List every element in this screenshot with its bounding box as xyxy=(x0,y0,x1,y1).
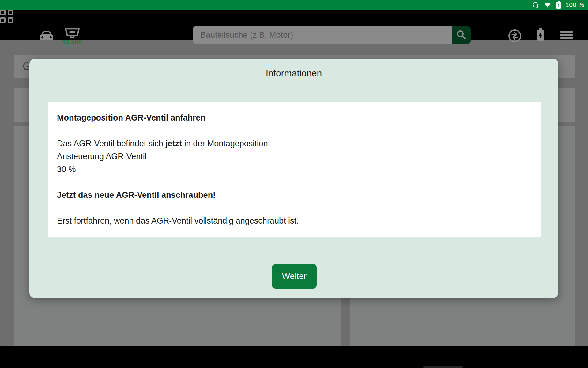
component-search xyxy=(193,26,471,44)
search-icon xyxy=(456,29,466,41)
data-transfer-icon[interactable] xyxy=(508,29,522,43)
device-battery-icon[interactable] xyxy=(536,28,545,42)
dialog-line-3: 30 % xyxy=(57,163,532,176)
dialog-heading-2: Jetzt das neue AGR-Ventil anschrauben! xyxy=(57,189,532,201)
battery-voltage-readout: 13.58V xyxy=(60,38,85,46)
toolbar: 13.58V xyxy=(0,10,588,40)
obd-connector-icon[interactable] xyxy=(64,28,80,40)
apps-grid-icon[interactable] xyxy=(0,10,13,23)
dialog-heading-1: Montageposition AGR-Ventil anfahren xyxy=(57,111,532,124)
search-button[interactable] xyxy=(452,26,471,44)
information-dialog: Informationen Montageposition AGR-Ventil… xyxy=(29,59,558,298)
search-input[interactable] xyxy=(193,26,452,44)
status-bar: 100 % xyxy=(0,0,588,10)
dialog-line-2: Ansteuerung AGR-Ventil xyxy=(57,150,532,163)
dialog-message-box: Montageposition AGR-Ventil anfahren Das … xyxy=(48,102,541,237)
wifi-icon xyxy=(543,1,552,9)
continue-button[interactable]: Weiter xyxy=(272,264,317,289)
vehicle-icon[interactable] xyxy=(39,30,54,42)
bottom-nav-bar xyxy=(0,346,588,368)
gesture-pill[interactable] xyxy=(423,366,463,368)
dialog-line-4: Erst fortfahren, wenn das AGR-Ventil vol… xyxy=(57,214,532,227)
headset-icon xyxy=(532,1,539,9)
dialog-title: Informationen xyxy=(29,68,558,79)
battery-charging-icon xyxy=(556,1,561,9)
menu-icon[interactable] xyxy=(560,31,573,39)
battery-percentage: 100 % xyxy=(565,1,584,9)
dialog-line-1: Das AGR-Ventil befindet sich jetzt in de… xyxy=(57,137,532,150)
